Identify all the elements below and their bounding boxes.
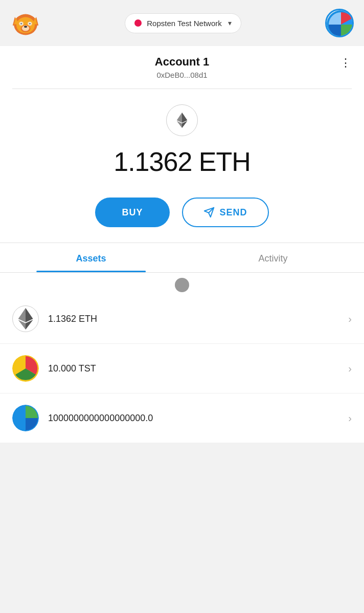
header: Ropsten Test Network ▾ xyxy=(0,0,364,46)
svg-marker-21 xyxy=(26,308,33,322)
more-options-button[interactable]: ⋮ xyxy=(340,56,352,70)
eth-icon-svg xyxy=(17,308,34,330)
svg-point-14 xyxy=(28,21,33,26)
account-avatar[interactable] xyxy=(325,9,354,37)
tabs-section: Assets Activity xyxy=(0,243,364,294)
custom-token-icon xyxy=(12,405,39,431)
action-buttons: BUY SEND xyxy=(0,182,364,243)
tst-asset-amount: 10.000 TST xyxy=(48,363,348,374)
custom-chevron-icon: › xyxy=(348,412,352,424)
eth-asset-amount: 1.1362 ETH xyxy=(48,314,348,324)
account-address: 0xDeB0...08d1 xyxy=(156,71,207,79)
chevron-down-icon: ▾ xyxy=(228,19,232,27)
account-name: Account 1 xyxy=(155,55,209,69)
scroll-indicator-row xyxy=(0,273,364,294)
tst-chevron-icon: › xyxy=(348,363,352,375)
network-status-dot xyxy=(134,19,142,27)
asset-list: 1.1362 ETH › 10.000 TST › 10000000000000… xyxy=(0,294,364,443)
account-section: Account 1 0xDeB0...08d1 ⋮ xyxy=(0,46,364,89)
tab-activity[interactable]: Activity xyxy=(182,243,364,272)
tab-assets[interactable]: Assets xyxy=(0,243,182,272)
eth-logo-circle xyxy=(166,104,198,136)
account-divider xyxy=(12,89,352,89)
balance-section: 1.1362 ETH xyxy=(0,89,364,182)
eth-chevron-icon: › xyxy=(348,313,352,325)
custom-asset-amount: 1000000000000000000.0 xyxy=(48,413,348,424)
avatar-image xyxy=(327,10,354,37)
custom-icon-svg xyxy=(12,405,39,431)
network-label: Ropsten Test Network xyxy=(147,19,221,28)
send-icon xyxy=(203,207,215,218)
scroll-indicator-dot xyxy=(175,278,189,292)
buy-button[interactable]: BUY xyxy=(95,198,169,227)
network-selector[interactable]: Ropsten Test Network ▾ xyxy=(125,13,241,33)
asset-item-eth[interactable]: 1.1362 ETH › xyxy=(0,294,364,344)
svg-marker-17 xyxy=(182,113,187,123)
asset-item-tst[interactable]: 10.000 TST › xyxy=(0,344,364,393)
asset-item-custom[interactable]: 1000000000000000000.0 › xyxy=(0,393,364,443)
svg-point-8 xyxy=(24,26,27,28)
tst-icon-svg xyxy=(12,355,39,382)
tst-token-icon xyxy=(12,355,39,382)
metamask-logo xyxy=(10,8,41,38)
eth-diamond-icon xyxy=(174,113,190,128)
tabs-row: Assets Activity xyxy=(0,243,364,273)
svg-point-13 xyxy=(19,21,24,26)
send-button[interactable]: SEND xyxy=(182,198,269,227)
balance-amount: 1.1362 ETH xyxy=(113,146,251,177)
eth-token-icon xyxy=(12,305,39,332)
